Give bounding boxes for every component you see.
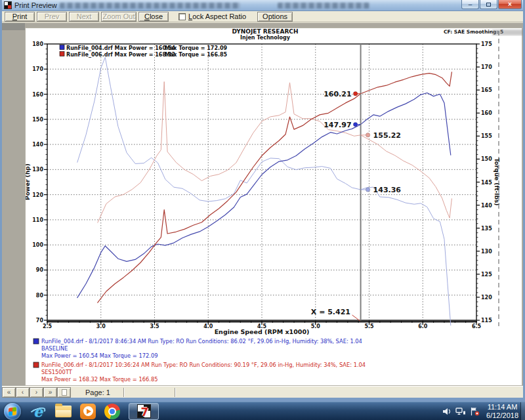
y-left-tick-label: 100 [32, 242, 43, 248]
window-controls: – × [461, 0, 522, 9]
page-icon [62, 389, 67, 396]
lock-aspect-ratio-checkbox[interactable]: Lock Aspect Ratio [178, 12, 246, 20]
x-tick-label: 5.5 [364, 324, 374, 329]
redacted-title-text [278, 3, 369, 9]
annotation-run004-max: Max Power = 160.54 Max Torque = 172.09 [41, 352, 158, 359]
redacted-title-text [60, 3, 240, 9]
y-right-tick-label: 155 [481, 133, 492, 139]
maximize-button[interactable] [480, 0, 497, 9]
y-right-tick-label: 140 [481, 203, 492, 209]
redacted-smudge [492, 30, 523, 35]
y-left-tick-label: 120 [32, 192, 43, 198]
print-button[interactable]: Print [5, 12, 35, 22]
first-page-button[interactable]: « [2, 387, 16, 398]
x-tick-label: 6.0 [418, 324, 428, 329]
plot-frame [47, 44, 476, 320]
close-window-button[interactable]: × [498, 0, 522, 9]
app-icon [4, 1, 12, 9]
annotation-run006-name: SES1500TT [41, 369, 73, 375]
annotation-run006-max: Max Power = 168.32 Max Torque = 166.85 [41, 376, 158, 383]
chart-title: DYNOJET RESEARCH [232, 28, 298, 35]
zoom-out-button: Zoom Out [101, 12, 136, 22]
checkbox-box[interactable] [178, 13, 186, 20]
y-right-tick-label: 145 [481, 180, 492, 186]
y-left-tick-label: 140 [32, 142, 43, 148]
play-icon [87, 409, 91, 414]
marker-dot [353, 92, 357, 96]
taskbar: e 7 11:14 AM 6/12/2018 [0, 402, 525, 420]
y-right-tick-label: 175 [481, 41, 492, 47]
preview-corner-block [2, 23, 25, 30]
y-left-tick-label: 110 [32, 217, 43, 223]
prev-button: Prev [37, 12, 67, 22]
y-right-tick-label: 150 [481, 156, 492, 162]
y-left-tick-label: 180 [32, 41, 43, 47]
y-right-tick-label: 130 [481, 249, 492, 255]
windows-logo-icon [9, 407, 16, 415]
clock-time: 11:14 AM [486, 403, 518, 411]
last-page-button[interactable]: » [43, 387, 57, 398]
y-axis-left-title: Power (hp) [26, 163, 31, 200]
y-left-tick-label: 130 [32, 167, 43, 173]
y-right-tick-label: 135 [481, 226, 492, 232]
minimize-button[interactable]: – [461, 0, 479, 9]
volume-icon[interactable] [442, 408, 452, 415]
x-tick-label: 5.0 [311, 324, 321, 329]
annotation-run004-conditions: RunFile_004.drf - 8/1/2017 8:46:34 AM Ru… [41, 338, 362, 345]
legend-label-run006: RunFile_006.drf Max Power = 168.32 [66, 52, 175, 58]
options-button[interactable]: Options [257, 12, 293, 22]
y-right-tick-label: 120 [481, 295, 492, 301]
show-desktop-button[interactable] [520, 402, 525, 420]
y-left-tick-label: 160 [32, 92, 43, 98]
status-bar: « ‹ › » Page: 1 [2, 386, 523, 398]
media-player-icon[interactable] [80, 404, 96, 419]
annotation-run004-name: BASELINE [41, 345, 68, 352]
marker-value-label: 155.22 [373, 131, 401, 140]
network-icon[interactable] [455, 408, 466, 415]
marker-value-label: 143.36 [373, 186, 402, 194]
taskbar-clock[interactable]: 11:14 AM 6/12/2018 [486, 403, 518, 420]
cursor-x-label: X = 5.421 [311, 308, 350, 316]
internet-explorer-icon[interactable]: e [30, 403, 47, 420]
chrome-icon[interactable] [104, 404, 120, 419]
y-left-tick-label: 150 [32, 117, 43, 123]
annotation-run006-conditions: RunFile_006.drf - 8/1/2017 10:36:24 AM R… [41, 362, 366, 368]
title-bar[interactable]: Print Preview – × [2, 0, 523, 11]
taskbar-winpep-active-app[interactable]: 7 [129, 403, 159, 420]
annotation-swatch-run006 [33, 362, 39, 368]
lock-aspect-ratio-label: Lock Aspect Ratio [188, 12, 246, 20]
y-right-tick-label: 115 [481, 318, 492, 324]
action-center-flag-icon[interactable] [470, 407, 480, 416]
marker-dot [353, 122, 357, 126]
dyno-chart: DYNOJET RESEARCH Injen Technology CF: SA… [26, 28, 523, 387]
next-page-button[interactable]: › [30, 387, 43, 398]
next-button: Next [69, 12, 99, 22]
legend-label-run004: RunFile_004.drf Max Power = 160.54 [66, 45, 176, 51]
statusbar-divider [175, 388, 176, 397]
x-tick-label: 4.5 [257, 324, 267, 329]
start-button[interactable] [4, 403, 21, 420]
y-left-tick-label: 80 [36, 293, 44, 299]
marker-value-label: 160.21 [324, 90, 351, 98]
x-tick-label: 4.0 [203, 324, 213, 329]
torque_006-curve [98, 82, 452, 223]
x-tick-label: 3.0 [96, 324, 106, 329]
close-preview-button[interactable]: Close [138, 12, 169, 22]
marker-dot [366, 133, 369, 137]
windows-explorer-icon[interactable] [55, 406, 72, 417]
previous-page-button[interactable]: ‹ [16, 387, 30, 398]
maximize-icon [486, 3, 491, 7]
media-disc [83, 406, 93, 416]
statusbar-divider [123, 388, 125, 397]
page-setup-button[interactable] [57, 387, 71, 398]
chart-subtitle: Injen Technology [240, 35, 291, 41]
legend-swatch-run006 [60, 52, 64, 56]
system-tray: 11:14 AM 6/12/2018 [442, 402, 518, 420]
preview-page: DYNOJET RESEARCH Injen Technology CF: SA… [25, 28, 522, 386]
marker-dot [366, 188, 369, 192]
window-title: Print Preview [14, 1, 57, 9]
legend-torque-run004: Max Torque = 172.09 [165, 45, 228, 51]
y-right-tick-label: 125 [481, 272, 492, 278]
preview-area: DYNOJET RESEARCH Injen Technology CF: SA… [2, 23, 523, 386]
clock-date: 6/12/2018 [486, 411, 518, 420]
